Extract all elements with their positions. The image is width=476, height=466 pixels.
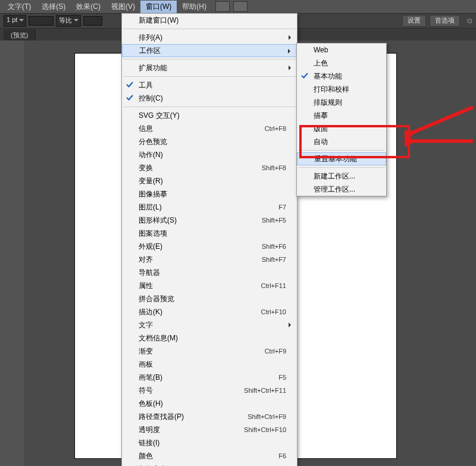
check-icon	[126, 93, 134, 102]
menu-item-label: 导航器	[139, 268, 160, 278]
window-menu-item[interactable]: 工作区	[122, 44, 297, 57]
arrange-docs-icon[interactable]	[233, 1, 248, 12]
menu-item-label: 渐变	[139, 346, 153, 356]
menu-item-label: 路径查找器(P)	[139, 412, 184, 422]
submenu-arrow-icon	[288, 49, 293, 54]
workspace-menu-item[interactable]: Web	[297, 43, 386, 57]
menu-item-label: 新建窗口(W)	[139, 15, 178, 26]
menu-item-label: 工作区	[139, 46, 161, 56]
stroke-weight-combo[interactable]: 1 pt	[4, 15, 26, 27]
window-menu-item[interactable]: 控制(C)	[122, 92, 297, 105]
window-menu-item[interactable]: 路径查找器(P)Shift+Ctrl+F9	[122, 410, 297, 423]
window-menu-item[interactable]: 信息Ctrl+F8	[122, 122, 297, 135]
check-icon	[300, 71, 309, 80]
workspace-menu-item[interactable]: 打印和校样	[297, 83, 386, 96]
window-menu-item[interactable]: 图案选项	[122, 227, 297, 240]
window-menu-item[interactable]: 变量(R)	[122, 174, 297, 187]
menu-shortcut: Shift+Ctrl+F11	[226, 387, 286, 394]
window-menu-item[interactable]: 渐变Ctrl+F9	[122, 345, 297, 358]
window-menu-item[interactable]: 色板(H)	[122, 397, 297, 410]
menu-item-label: 排列(A)	[139, 33, 162, 43]
window-menu-item[interactable]: 描边(K)Ctrl+F10	[122, 305, 297, 318]
bridge-icon[interactable]	[215, 1, 230, 12]
window-menu-item[interactable]: 图像描摹	[122, 187, 297, 201]
panel-toggle-icon[interactable]: ⧉	[467, 17, 472, 25]
window-menu-item[interactable]: 工具	[122, 79, 297, 92]
window-menu-item[interactable]: 颜色参考Shift+F3	[122, 462, 297, 466]
window-menu-item[interactable]: 颜色F6	[122, 449, 297, 462]
menu-item-label: 画笔(B)	[139, 373, 162, 383]
brush-swatch[interactable]	[83, 16, 102, 26]
document-tab[interactable]: (预览)	[4, 29, 36, 42]
menu-item-label: 扩展功能	[139, 63, 167, 73]
menu-shortcut: F5	[261, 374, 286, 381]
window-menu-item[interactable]: 文档信息(M)	[122, 331, 297, 345]
document-setup-button[interactable]: 设置	[402, 15, 426, 27]
menu-item-label: 颜色参考	[139, 464, 167, 467]
submenu-arrow-icon	[289, 323, 293, 327]
menu-type[interactable]: 文字(T)	[2, 1, 36, 13]
window-menu-item[interactable]: 链接(I)	[122, 436, 297, 449]
annotation-redbox	[299, 125, 410, 158]
workspace-submenu: Web上色基本功能打印和校样排版规则描摹版面自动重置基本功能新建工作区...管理…	[296, 43, 387, 196]
workspace-menu-item[interactable]: 上色	[297, 57, 386, 70]
menu-item-label: 色板(H)	[139, 399, 163, 409]
menu-item-label: 工具	[139, 80, 153, 90]
window-menu-item[interactable]: 扩展功能	[122, 61, 297, 74]
window-menu-item[interactable]: 画板	[122, 358, 297, 371]
workspace-menu-item[interactable]: 排版规则	[297, 96, 386, 109]
menu-item-label: 透明度	[139, 425, 160, 435]
window-menu-item[interactable]: 对齐Shift+F7	[122, 253, 297, 266]
window-dropdown: 新建窗口(W)排列(A)工作区扩展功能工具控制(C)SVG 交互(Y)信息Ctr…	[121, 13, 298, 466]
window-menu-item[interactable]: 拼合器预览	[122, 292, 297, 305]
window-menu-item[interactable]: 图形样式(S)Shift+F5	[122, 214, 297, 227]
menu-item-label: 符号	[139, 386, 153, 396]
menu-item-label: 链接(I)	[139, 438, 159, 448]
menu-shortcut: Shift+F7	[244, 256, 286, 263]
menu-item-label: 文档信息(M)	[139, 333, 178, 343]
window-menu-item[interactable]: 分色预览	[122, 135, 297, 148]
menu-shortcut: Ctrl+F8	[247, 125, 286, 132]
window-menu-item[interactable]: SVG 交互(Y)	[122, 109, 297, 122]
window-menu-item[interactable]: 动作(N)	[122, 148, 297, 161]
menu-effect[interactable]: 效果(C)	[71, 1, 106, 13]
window-menu-item[interactable]: 变换Shift+F8	[122, 161, 297, 174]
workspace-menu-item[interactable]: 管理工作区...	[297, 183, 386, 196]
menu-help[interactable]: 帮助(H)	[177, 1, 212, 13]
window-menu-item[interactable]: 图层(L)F7	[122, 201, 297, 214]
menu-item-label: 画板	[139, 359, 153, 370]
window-menu-item[interactable]: 画笔(B)F5	[122, 371, 297, 384]
workspace-menu-item[interactable]: 基本功能	[297, 70, 386, 83]
menu-item-label: 拼合器预览	[139, 294, 174, 304]
submenu-arrow-icon	[289, 35, 293, 40]
submenu-arrow-icon	[289, 65, 293, 70]
window-menu-item[interactable]: 透明度Shift+Ctrl+F10	[122, 423, 297, 436]
menu-shortcut: F6	[261, 452, 286, 459]
menu-shortcut: Shift+F6	[244, 243, 286, 250]
menu-select[interactable]: 选择(S)	[36, 1, 71, 13]
profile-swatch[interactable]	[29, 16, 54, 26]
workspace-menu-item[interactable]: 描摹	[297, 109, 386, 122]
window-menu-item[interactable]: 排列(A)	[122, 31, 297, 44]
preferences-button[interactable]: 首选项	[430, 15, 460, 27]
menu-item-label: 管理工作区...	[314, 184, 355, 195]
window-menu-item[interactable]: 新建窗口(W)	[122, 14, 297, 27]
window-menu-item[interactable]: 文字	[122, 318, 297, 331]
menu-item-label: 信息	[139, 124, 153, 134]
menu-item-label: 变量(R)	[139, 176, 163, 186]
menu-item-label: 动作(N)	[139, 150, 163, 160]
workspace-menu-item[interactable]: 新建工作区...	[297, 170, 386, 183]
window-menu-item[interactable]: 导航器	[122, 266, 297, 279]
menu-window[interactable]: 窗口(W)	[140, 1, 177, 13]
menu-item-label: 新建工作区...	[314, 171, 355, 182]
menu-item-label: 分色预览	[139, 137, 167, 147]
window-menu-item[interactable]: 符号Shift+Ctrl+F11	[122, 384, 297, 397]
window-menu-item[interactable]: 属性Ctrl+F11	[122, 279, 297, 292]
menu-view[interactable]: 视图(V)	[106, 1, 140, 13]
profile-combo[interactable]: 等比	[56, 15, 81, 27]
tools-panel[interactable]	[0, 40, 24, 466]
window-menu-item[interactable]: 外观(E)Shift+F6	[122, 240, 297, 253]
menu-shortcut: Ctrl+F9	[247, 348, 286, 355]
menu-item-label: 描边(K)	[139, 307, 162, 317]
menu-shortcut: Ctrl+F10	[243, 308, 287, 315]
